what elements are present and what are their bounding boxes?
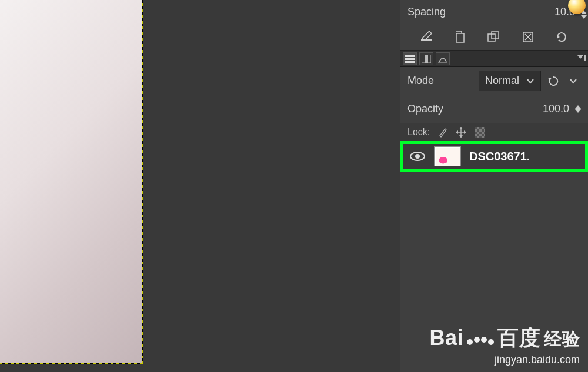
svg-marker-20: [575, 109, 581, 113]
paths-tab-icon[interactable]: [436, 52, 450, 65]
svg-marker-26: [464, 130, 466, 134]
svg-marker-19: [575, 105, 581, 109]
spacing-spinner[interactable]: [581, 11, 587, 19]
lock-label: Lock:: [407, 127, 430, 138]
edit-brush-icon[interactable]: [420, 31, 433, 43]
svg-marker-0: [581, 11, 587, 14]
lock-alpha-icon[interactable]: [475, 127, 485, 138]
right-panel: Spacing 10.0: [400, 0, 588, 372]
lock-paint-icon[interactable]: [438, 127, 447, 138]
new-brush-icon[interactable]: [455, 31, 466, 43]
svg-rect-17: [584, 55, 586, 61]
svg-rect-12: [405, 61, 415, 63]
svg-rect-10: [405, 55, 415, 57]
layer-row[interactable]: DSC03671.: [400, 141, 588, 172]
spinner-down-icon[interactable]: [575, 109, 581, 113]
delete-brush-icon[interactable]: [522, 31, 534, 43]
visibility-eye-icon[interactable]: [409, 150, 426, 162]
svg-marker-24: [459, 135, 463, 138]
mode-more-icon[interactable]: [566, 73, 581, 89]
layer-list: DSC03671.: [400, 141, 588, 172]
layer-name[interactable]: DSC03671.: [469, 150, 530, 163]
duplicate-brush-icon[interactable]: [487, 31, 500, 43]
refresh-brush-icon[interactable]: [555, 31, 568, 43]
spinner-down-icon[interactable]: [581, 15, 587, 19]
svg-marker-1: [581, 15, 587, 19]
svg-marker-9: [557, 35, 560, 39]
spacing-label: Spacing: [407, 6, 554, 18]
svg-rect-11: [405, 58, 415, 60]
opacity-value[interactable]: 100.0: [543, 103, 569, 115]
svg-marker-18: [548, 78, 552, 81]
opacity-spinner[interactable]: [575, 105, 581, 113]
svg-rect-14: [425, 55, 428, 63]
mode-value: Normal: [485, 75, 519, 87]
layer-thumbnail[interactable]: [434, 146, 461, 166]
mode-reset-icon[interactable]: [546, 73, 561, 89]
svg-rect-2: [421, 39, 432, 41]
svg-point-28: [415, 154, 420, 159]
opacity-label: Opacity: [407, 103, 543, 115]
mode-label: Mode: [407, 75, 479, 87]
svg-marker-23: [459, 127, 463, 129]
canvas-image[interactable]: [0, 0, 142, 363]
spacing-row: Spacing 10.0: [400, 0, 588, 24]
mode-row: Mode Normal: [400, 67, 588, 95]
svg-rect-3: [456, 33, 464, 42]
dock-tabs: [400, 51, 588, 67]
chevron-down-icon: [526, 78, 534, 84]
layers-tab-icon[interactable]: [403, 52, 417, 65]
dock-menu-icon[interactable]: [577, 53, 586, 64]
lock-move-icon[interactable]: [456, 127, 466, 138]
canvas-area[interactable]: [0, 0, 400, 372]
svg-marker-16: [577, 55, 583, 59]
spinner-up-icon[interactable]: [581, 11, 587, 14]
spinner-up-icon[interactable]: [575, 105, 581, 109]
channels-tab-icon[interactable]: [419, 52, 433, 65]
brush-toolbar: [400, 24, 588, 51]
svg-marker-25: [456, 130, 458, 134]
opacity-row: Opacity 100.0: [400, 95, 588, 123]
lock-row: Lock:: [400, 123, 588, 141]
mode-dropdown[interactable]: Normal: [479, 71, 541, 91]
